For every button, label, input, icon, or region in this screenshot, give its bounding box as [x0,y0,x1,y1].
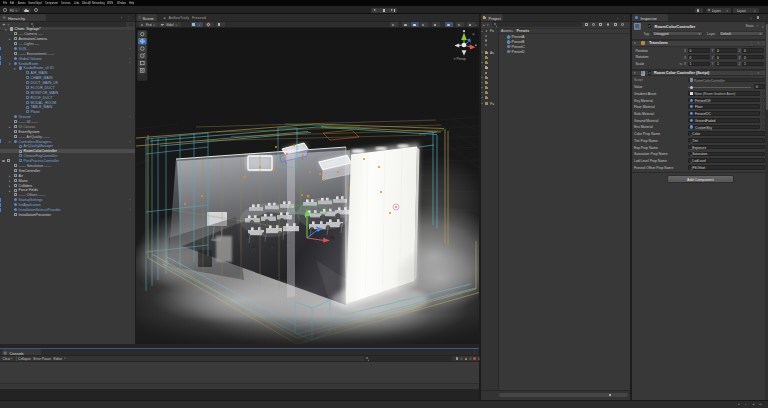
svg-text:< Persp: < Persp [454,57,466,61]
